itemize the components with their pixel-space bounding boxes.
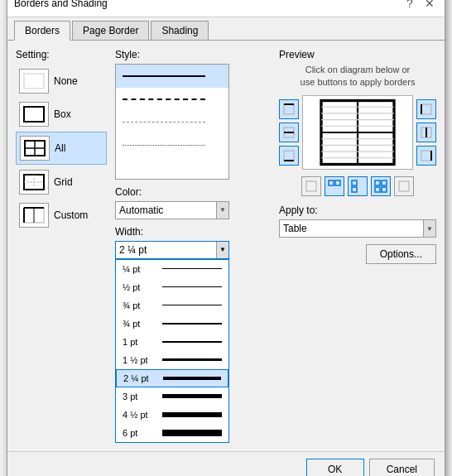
setting-custom[interactable]: Custom — [16, 200, 107, 231]
width-option-half[interactable]: ½ pt — [116, 278, 228, 296]
preview-left-border-btn[interactable] — [416, 99, 436, 119]
title-bar: Borders and Shading ? ✕ — [7, 0, 445, 17]
width-option-6pt[interactable]: 6 pt — [116, 424, 228, 442]
svg-rect-0 — [24, 74, 44, 89]
box-icon — [19, 102, 49, 127]
preview-top-border-btn[interactable] — [279, 99, 299, 119]
none-icon — [19, 69, 49, 94]
width-dropdown[interactable]: 2 ¼ pt ▼ — [115, 241, 229, 259]
width-line-1half — [162, 358, 222, 361]
width-option-3pt[interactable]: 3 pt — [116, 387, 228, 406]
svg-rect-46 — [352, 180, 357, 185]
width-option-quarter[interactable]: ¼ pt — [116, 260, 228, 278]
style-solid[interactable] — [116, 65, 228, 88]
setting-grid-label: Grid — [54, 176, 73, 188]
help-button[interactable]: ? — [402, 0, 418, 12]
preview-instruction: Click on diagram below oruse buttons to … — [279, 64, 436, 89]
all-icon — [20, 136, 50, 161]
width-section: Width: 2 ¼ pt ▼ ¼ pt ½ pt ¾ — [115, 226, 271, 443]
width-option-1half[interactable]: 1 ½ pt — [116, 351, 228, 369]
preview-center-border-btn[interactable] — [416, 123, 436, 142]
options-button[interactable]: Options... — [366, 244, 436, 264]
style-dotted[interactable] — [116, 134, 228, 157]
tab-shading[interactable]: Shading — [151, 21, 209, 40]
preview-buttons-right — [416, 95, 436, 170]
svg-rect-37 — [421, 104, 431, 114]
preview-canvas[interactable] — [302, 95, 413, 170]
dialog-body: Setting: None Box — [7, 41, 445, 451]
color-value: Automatic — [119, 204, 163, 216]
dotted-line — [123, 145, 205, 146]
width-line-1pt — [162, 341, 222, 343]
preview-area — [279, 95, 436, 170]
width-option-4half[interactable]: 4 ½ pt — [116, 406, 228, 424]
width-line-quarter — [162, 268, 222, 269]
tab-page-border[interactable]: Page Border — [72, 21, 149, 40]
width-selected-value: 2 ¼ pt — [119, 244, 147, 256]
svg-rect-41 — [421, 151, 431, 161]
style-listbox[interactable] — [115, 64, 229, 180]
svg-rect-1 — [24, 107, 44, 122]
close-button[interactable]: ✕ — [421, 0, 438, 12]
dashed1-line — [123, 99, 205, 100]
preview-buttons-bottom — [279, 176, 436, 196]
apply-to-label: Apply to: — [279, 204, 436, 216]
width-dropdown-arrow: ▼ — [216, 242, 228, 258]
table-preview — [303, 96, 412, 169]
apply-to-value: Table — [283, 223, 307, 234]
width-popup: ¼ pt ½ pt ¾ pt ¾ pt — [115, 259, 229, 443]
tab-bar: Borders Page Border Shading — [7, 17, 445, 41]
setting-none[interactable]: None — [16, 65, 107, 97]
preview-inner-h-btn[interactable] — [325, 176, 344, 196]
svg-rect-43 — [306, 181, 316, 191]
setting-label: Setting: — [16, 49, 107, 60]
tab-borders[interactable]: Borders — [14, 21, 70, 41]
cancel-button[interactable]: Cancel — [369, 459, 435, 477]
width-option-1pt[interactable]: 1 pt — [116, 333, 228, 351]
style-list[interactable] — [116, 65, 228, 179]
style-dashed1[interactable] — [116, 88, 228, 111]
setting-box[interactable]: Box — [16, 99, 107, 130]
setting-all[interactable]: All — [16, 132, 107, 165]
grid-icon — [19, 170, 49, 195]
apply-to-dropdown[interactable]: Table ▼ — [279, 219, 436, 238]
preview-diag1-btn[interactable] — [301, 176, 321, 196]
svg-rect-45 — [335, 180, 340, 185]
preview-middle-border-btn[interactable] — [279, 123, 299, 142]
preview-label: Preview — [279, 49, 436, 60]
width-line-3pt — [162, 394, 222, 398]
solid-line — [123, 75, 205, 77]
setting-panel: Setting: None Box — [16, 49, 107, 443]
setting-custom-label: Custom — [54, 209, 88, 221]
apply-to-section: Apply to: Table ▼ — [279, 204, 436, 238]
width-line-4half — [162, 412, 222, 417]
style-dashed2[interactable] — [116, 111, 228, 134]
svg-rect-47 — [352, 187, 357, 192]
width-option-2quarter[interactable]: 2 ¼ pt — [116, 369, 228, 387]
dashed2-line — [123, 122, 205, 123]
svg-rect-48 — [375, 180, 380, 185]
width-option-3quarter[interactable]: ¾ pt — [116, 296, 228, 315]
preview-right-border-btn[interactable] — [416, 146, 436, 166]
custom-icon — [19, 203, 49, 228]
apply-to-dropdown-arrow: ▼ — [423, 220, 435, 237]
width-line-3quarter-b — [162, 323, 222, 325]
preview-inner-v-btn[interactable] — [348, 176, 368, 196]
setting-grid[interactable]: Grid — [16, 166, 107, 198]
width-line-2quarter — [163, 377, 221, 380]
middle-panel: Style: — [115, 49, 271, 443]
svg-rect-51 — [382, 187, 387, 192]
width-line-3quarter — [162, 305, 222, 305]
ok-button[interactable]: OK — [306, 459, 364, 477]
setting-all-label: All — [55, 142, 65, 154]
preview-outer-btn[interactable] — [371, 176, 391, 196]
svg-rect-16 — [284, 151, 294, 161]
color-section: Color: Automatic ▼ — [115, 186, 271, 219]
svg-rect-50 — [375, 187, 380, 192]
width-option-3quarter-b[interactable]: ¾ pt — [116, 315, 228, 333]
color-dropdown[interactable]: Automatic ▼ — [115, 201, 229, 219]
color-label: Color: — [115, 186, 271, 198]
preview-diag2-btn[interactable] — [394, 176, 414, 196]
preview-bottom-border-btn[interactable] — [279, 146, 299, 166]
style-label: Style: — [115, 49, 271, 60]
